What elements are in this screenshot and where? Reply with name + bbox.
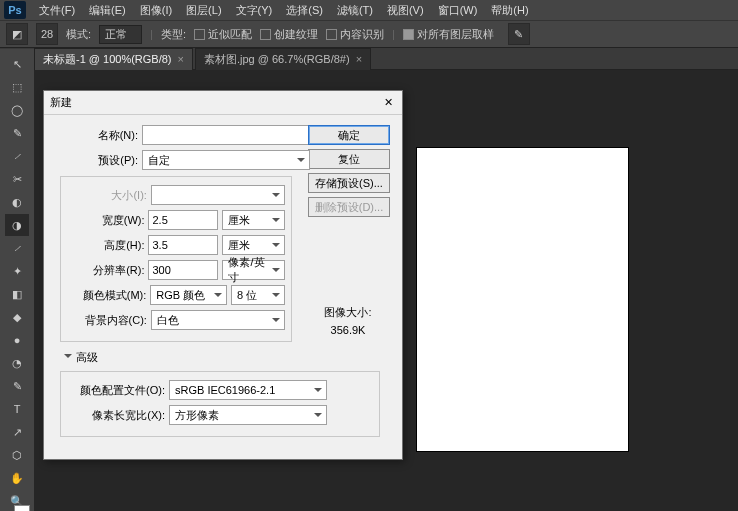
image-size-title: 图像大小: [308, 305, 388, 320]
profile-select[interactable]: sRGB IEC61966-2.1 [169, 380, 327, 400]
options-bar: ◩ 28 模式: 正常 | 类型: 近似匹配 创建纹理 内容识别 | 对所有图层… [0, 20, 738, 48]
menu-item[interactable]: 图层(L) [179, 3, 228, 18]
brush-size-icon[interactable]: 28 [36, 23, 58, 45]
tool-button[interactable]: ◐ [5, 191, 29, 213]
height-label: 高度(H): [67, 238, 148, 253]
name-input[interactable] [142, 125, 310, 145]
tool-button[interactable]: ↖ [5, 53, 29, 75]
preset-label: 预设(P): [54, 153, 142, 168]
size-label: 大小(I): [67, 188, 151, 203]
document-tab[interactable]: 未标题-1 @ 100%(RGB/8)× [34, 48, 193, 70]
resolution-unit-select[interactable]: 像素/英寸 [222, 260, 285, 280]
tool-button[interactable]: ◔ [5, 352, 29, 374]
menu-item[interactable]: 选择(S) [279, 3, 330, 18]
advanced-toggle[interactable]: 高级 [64, 350, 392, 365]
toolbox: ↖⬚◯✎⟋✂◐◑⟋✦◧◆●◔✎T↗⬡✋🔍 [0, 49, 34, 511]
menu-item[interactable]: 文件(F) [32, 3, 82, 18]
size-select [151, 185, 285, 205]
tool-button[interactable]: ⬚ [5, 76, 29, 98]
profile-label: 颜色配置文件(O): [67, 383, 169, 398]
tool-button[interactable]: ● [5, 329, 29, 351]
ok-button[interactable]: 确定 [308, 125, 390, 145]
document-tab[interactable]: 素材图.jpg @ 66.7%(RGB/8#)× [195, 48, 371, 70]
tool-button[interactable]: ◑ [5, 214, 29, 236]
menu-item[interactable]: 图像(I) [133, 3, 179, 18]
width-unit-select[interactable]: 厘米 [222, 210, 285, 230]
tool-button[interactable]: T [5, 398, 29, 420]
tool-preset-icon[interactable]: ◩ [6, 23, 28, 45]
name-label: 名称(N): [54, 128, 142, 143]
canvas[interactable] [417, 148, 628, 451]
width-label: 宽度(W): [67, 213, 148, 228]
reset-button[interactable]: 复位 [308, 149, 390, 169]
menu-item[interactable]: 视图(V) [380, 3, 431, 18]
tool-button[interactable]: ⬡ [5, 444, 29, 466]
opt-content[interactable]: 内容识别 [326, 27, 384, 42]
document-tabs: 未标题-1 @ 100%(RGB/8)×素材图.jpg @ 66.7%(RGB/… [0, 48, 738, 70]
menu-item[interactable]: 文字(Y) [229, 3, 280, 18]
new-document-dialog: 新建 ✕ 确定 复位 存储预设(S)... 删除预设(D)... 名称(N): … [43, 90, 403, 460]
tool-button[interactable]: ⟋ [5, 145, 29, 167]
opt-texture[interactable]: 创建纹理 [260, 27, 318, 42]
bg-select[interactable]: 白色 [151, 310, 285, 330]
tool-button[interactable]: ◆ [5, 306, 29, 328]
mode-label: 模式: [66, 27, 91, 42]
resolution-label: 分辨率(R): [67, 263, 148, 278]
type-label: 类型: [161, 27, 186, 42]
height-input[interactable] [148, 235, 218, 255]
close-icon[interactable]: ✕ [380, 95, 396, 111]
tool-button[interactable]: ⟋ [5, 237, 29, 259]
delete-preset-button: 删除预设(D)... [308, 197, 390, 217]
resolution-input[interactable] [148, 260, 218, 280]
tool-button[interactable]: ✋ [5, 467, 29, 489]
dialog-title: 新建 [50, 95, 72, 110]
color-mode-select[interactable]: RGB 颜色 [150, 285, 227, 305]
chevron-down-icon [64, 354, 72, 362]
ps-logo: Ps [4, 1, 26, 19]
preset-select[interactable]: 自定 [142, 150, 310, 170]
aspect-select[interactable]: 方形像素 [169, 405, 327, 425]
menu-item[interactable]: 编辑(E) [82, 3, 133, 18]
opt-all-layers[interactable]: 对所有图层取样 [403, 27, 494, 42]
image-size-value: 356.9K [308, 324, 388, 336]
bg-label: 背景内容(C): [67, 313, 151, 328]
close-icon[interactable]: × [356, 53, 362, 65]
pressure-icon[interactable]: ✎ [508, 23, 530, 45]
aspect-label: 像素长宽比(X): [67, 408, 169, 423]
save-preset-button[interactable]: 存储预设(S)... [308, 173, 390, 193]
menu-item[interactable]: 窗口(W) [431, 3, 485, 18]
mode-select[interactable]: 正常 [99, 25, 142, 44]
tool-button[interactable]: ◯ [5, 99, 29, 121]
menu-item[interactable]: 滤镜(T) [330, 3, 380, 18]
color-mode-label: 颜色模式(M): [67, 288, 150, 303]
width-input[interactable] [148, 210, 218, 230]
bit-depth-select[interactable]: 8 位 [231, 285, 285, 305]
opt-approx[interactable]: 近似匹配 [194, 27, 252, 42]
tool-button[interactable]: ✎ [5, 122, 29, 144]
tool-button[interactable]: ✂ [5, 168, 29, 190]
close-icon[interactable]: × [178, 53, 184, 65]
tool-button[interactable]: ✦ [5, 260, 29, 282]
height-unit-select[interactable]: 厘米 [222, 235, 285, 255]
tool-button[interactable]: ↗ [5, 421, 29, 443]
menu-item[interactable]: 帮助(H) [484, 3, 535, 18]
tool-button[interactable]: ◧ [5, 283, 29, 305]
tool-button[interactable]: ✎ [5, 375, 29, 397]
menu-bar: Ps 文件(F)编辑(E)图像(I)图层(L)文字(Y)选择(S)滤镜(T)视图… [0, 0, 738, 20]
